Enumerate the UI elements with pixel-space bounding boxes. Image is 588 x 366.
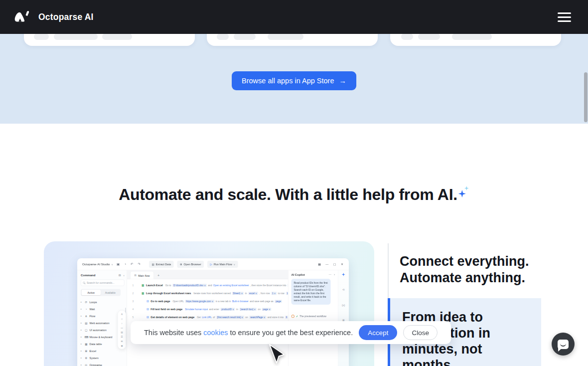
- step-param[interactable]: Open an existing Excel worksheet: [213, 284, 249, 287]
- redo-icon[interactable]: ↷: [138, 262, 141, 266]
- shape-tool-icon[interactable]: ◇: [121, 317, 123, 320]
- sidebar-item[interactable]: ▸ ⚙ System: [81, 355, 125, 362]
- flow-step-row[interactable]: 1 ▦ Launch Excel Go toD:\downloads\produ…: [127, 281, 288, 289]
- step-param[interactable]: productID ∨: [220, 308, 235, 311]
- step-param[interactable]: [first search result link] ∨: [216, 316, 244, 319]
- sidebar-item[interactable]: ▸ ◔ Wait: [81, 306, 125, 313]
- cookies-link[interactable]: cookies: [203, 329, 228, 337]
- vertical-divider: [388, 243, 389, 298]
- tab-available[interactable]: Available: [101, 290, 120, 295]
- maximize-icon[interactable]: ▢: [333, 262, 336, 266]
- chat-widget-button[interactable]: [552, 333, 575, 356]
- command-search-input[interactable]: Search for commands...: [81, 280, 125, 286]
- step-param[interactable]: [search box] ∨: [239, 308, 257, 311]
- flow-icon: ⊟: [135, 274, 137, 277]
- tag-pill: [217, 33, 229, 40]
- copilot-avatar-icon: [292, 315, 295, 318]
- text-tool-icon[interactable]: A: [121, 313, 123, 316]
- more-icon[interactable]: ⋯: [329, 273, 332, 276]
- step-param[interactable]: page ∨: [262, 308, 271, 311]
- minimize-icon[interactable]: —: [325, 262, 328, 266]
- close-button[interactable]: Close: [403, 325, 438, 340]
- step-param[interactable]: D:\downloads\productID.xlsx ∨: [172, 284, 207, 287]
- variable-icon[interactable]: {x}: [342, 304, 345, 307]
- sidebar-item-label: UI automation: [90, 329, 107, 332]
- step-param: in a new tab in: [216, 300, 231, 303]
- play-icon: ▷: [210, 263, 212, 266]
- step-param: Open URL: [172, 300, 183, 303]
- brand-name: Octoparse AI: [38, 12, 94, 22]
- collapse-right-icon[interactable]: ›: [334, 273, 335, 276]
- refresh-icon[interactable]: ⟲: [342, 288, 345, 292]
- step-param[interactable]: Sheet1 ∨: [232, 292, 244, 295]
- layout-grid-icon[interactable]: ▦: [318, 262, 321, 266]
- list-tool-icon[interactable]: ☰: [121, 335, 123, 338]
- undo-icon[interactable]: ↶: [131, 262, 133, 266]
- tag-pill: [418, 33, 440, 40]
- sidebar-item[interactable]: ▸ ⟳ Loops: [81, 299, 125, 306]
- page-scrollbar-thumb[interactable]: [584, 72, 588, 122]
- rect-tool-icon[interactable]: ▭: [121, 326, 123, 329]
- get-details-icon: ⊡: [147, 316, 149, 319]
- chevron-right-icon: ▸: [81, 350, 83, 352]
- flow-step-row[interactable]: 4 ⊡ Fill text field on web page Simulate…: [127, 305, 288, 313]
- step-param[interactable]: Built-in browser: [232, 300, 249, 303]
- sidebar-item[interactable]: ▸ ⊞ Excel: [81, 348, 125, 355]
- arrow-right-icon: →: [339, 77, 346, 85]
- tag-pill: [452, 33, 492, 40]
- panel-tool-icon[interactable]: ▤: [121, 331, 123, 334]
- hamburger-menu-icon[interactable]: [558, 12, 571, 22]
- sidebar-item[interactable]: ▸ ◎ Octoparse: [81, 362, 125, 366]
- extract-data-button[interactable]: ▤Extract Data: [149, 261, 173, 268]
- sidebar-item-label: Flow: [90, 315, 96, 318]
- chevron-right-icon: ▸: [81, 357, 83, 359]
- wait-icon: ◔: [85, 308, 88, 311]
- ai-sparkle-icon[interactable]: [342, 273, 345, 276]
- chat-bubble-icon: [558, 340, 569, 349]
- search-placeholder: Search for commands...: [87, 281, 115, 284]
- tag-pill: [234, 33, 256, 40]
- target-tool-icon[interactable]: ◉: [121, 344, 123, 347]
- excel-loop-icon: ▦: [142, 292, 144, 295]
- tab-active[interactable]: Active: [82, 290, 101, 295]
- step-param: in: [245, 292, 247, 295]
- canvas-tabbar: ⊟Main flow +: [127, 270, 288, 279]
- step-number: 4: [130, 308, 137, 311]
- tab-main-flow[interactable]: ⊟Main flow: [130, 272, 154, 279]
- mouse-keyboard-icon: ⌨: [85, 335, 88, 339]
- chevron-right-icon: ▸: [81, 336, 83, 338]
- accept-button[interactable]: Accept: [359, 325, 397, 340]
- close-icon[interactable]: ✕: [341, 262, 343, 266]
- run-main-flow-button[interactable]: ▷Run Main Flow∨: [207, 261, 238, 268]
- step-param: and store it into: [268, 316, 284, 319]
- sparkle-icon: [457, 185, 469, 198]
- grid-tool-icon[interactable]: ⊞: [121, 340, 123, 343]
- step-param[interactable]: excel ∨: [248, 292, 258, 295]
- save-icon[interactable]: ▣: [117, 262, 120, 266]
- excel-icon: ▦: [142, 284, 144, 287]
- open-browser-button[interactable]: ⊕Open Browser: [177, 261, 204, 268]
- flow-step-row[interactable]: 3 ⊡ Go to web page Open URLhttps://www.g…: [127, 297, 288, 305]
- panel-icon[interactable]: ⊟: [119, 273, 121, 277]
- step-param: and save web page as: [250, 300, 274, 303]
- step-title: Fill text field on web page: [150, 308, 182, 311]
- step-param[interactable]: searchPage ∨: [249, 316, 266, 319]
- copilot-user-message: Read product IDs from the first column o…: [292, 279, 331, 305]
- collapse-icon[interactable]: ‹: [124, 273, 125, 277]
- copilot-title: AI Copilot: [292, 273, 305, 276]
- flow-step-row[interactable]: 5 ⊡ Get details of element on web page G…: [127, 313, 288, 321]
- history-icon[interactable]: ◔: [124, 262, 126, 266]
- loops-icon: ⟳: [85, 300, 88, 304]
- add-tab-button[interactable]: +: [157, 273, 159, 277]
- step-param[interactable]: Link URL: [202, 316, 212, 319]
- step-param[interactable]: Simulate human input: [185, 308, 208, 311]
- studio-app-name[interactable]: Octoparse AI Studio∨: [82, 262, 113, 266]
- step-param[interactable]: 1 ∨: [271, 292, 277, 295]
- step-param[interactable]: page: [275, 300, 282, 303]
- brand-logo[interactable]: Octoparse AI: [13, 10, 94, 24]
- browse-app-store-button[interactable]: Browse all apps in App Store →: [232, 71, 356, 90]
- circle-tool-icon[interactable]: ○: [121, 322, 123, 325]
- sidebar-item-label: Web automation: [90, 322, 110, 325]
- flow-step-row[interactable]: 2 ▦ Loop through Excel worksheet rows It…: [127, 289, 288, 297]
- step-param[interactable]: https://www.google.com ∨: [185, 300, 214, 303]
